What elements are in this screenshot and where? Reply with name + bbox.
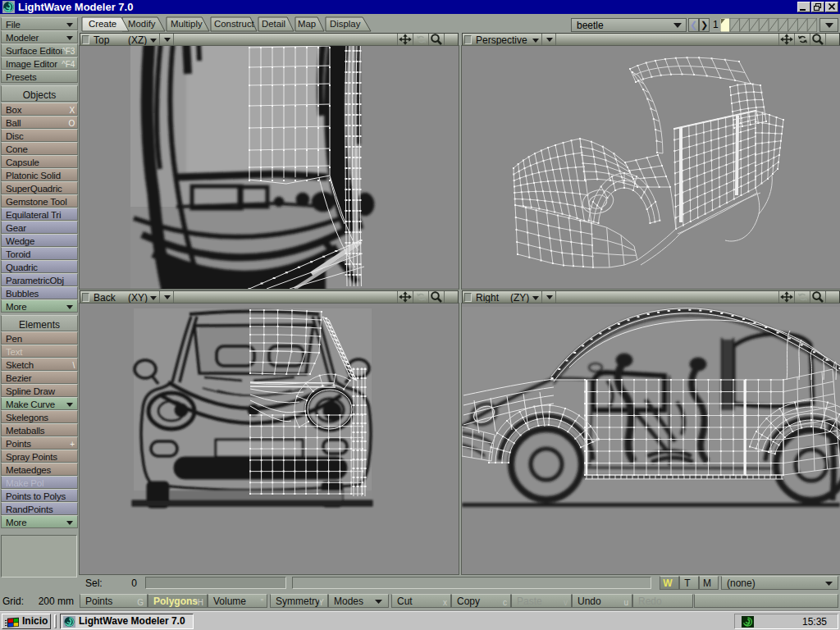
svg-text:Construct: Construct xyxy=(214,19,255,29)
svg-text:Modify: Modify xyxy=(128,19,156,29)
svg-text:Detail: Detail xyxy=(262,19,285,29)
svg-text:Multiply: Multiply xyxy=(171,19,203,29)
svg-text:Display: Display xyxy=(330,19,361,29)
svg-text:Create: Create xyxy=(89,19,116,29)
svg-text:Map: Map xyxy=(298,19,316,29)
